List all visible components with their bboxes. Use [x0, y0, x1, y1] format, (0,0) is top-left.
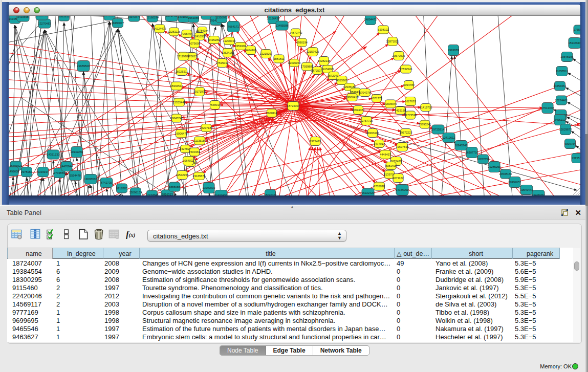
svg-text:6990194: 6990194: [296, 41, 308, 44]
svg-text:23689509: 23689509: [77, 64, 90, 68]
svg-text:19637536: 19637536: [396, 145, 409, 148]
svg-text:5888088: 5888088: [169, 185, 180, 188]
svg-text:13200724: 13200724: [223, 39, 236, 42]
svg-text:18297022: 18297022: [264, 193, 277, 195]
svg-text:15347616: 15347616: [569, 41, 580, 45]
svg-text:6075608: 6075608: [189, 42, 200, 45]
svg-text:20573936: 20573936: [393, 54, 405, 57]
svg-text:6071775: 6071775: [371, 97, 382, 100]
svg-text:8081405: 8081405: [385, 164, 397, 167]
svg-text:13624162: 13624162: [222, 51, 234, 54]
svg-text:23165576: 23165576: [193, 174, 206, 178]
svg-text:13270483: 13270483: [38, 22, 51, 25]
svg-text:7600363: 7600363: [189, 150, 200, 154]
svg-text:8608114: 8608114: [266, 112, 277, 115]
svg-text:12410307: 12410307: [193, 35, 206, 38]
svg-text:20274461: 20274461: [555, 99, 568, 102]
svg-text:12757725: 12757725: [360, 119, 373, 122]
svg-text:7419168: 7419168: [395, 109, 406, 112]
svg-text:2315577: 2315577: [572, 157, 580, 160]
svg-text:17535014: 17535014: [216, 61, 229, 64]
svg-text:17832545: 17832545: [400, 68, 412, 71]
svg-text:23006949: 23006949: [384, 102, 397, 105]
svg-text:14351230: 14351230: [47, 153, 60, 156]
svg-text:19800418: 19800418: [346, 96, 359, 99]
svg-text:10342260: 10342260: [71, 150, 83, 154]
svg-text:6704376: 6704376: [359, 91, 371, 94]
svg-text:18325311: 18325311: [176, 70, 188, 73]
svg-text:16006470: 16006470: [175, 132, 188, 135]
svg-text:2999883: 2999883: [448, 49, 459, 52]
svg-text:17272648: 17272648: [146, 193, 159, 195]
svg-text:13235150: 13235150: [193, 139, 206, 142]
svg-text:20994087: 20994087: [352, 108, 365, 112]
svg-text:6094783: 6094783: [403, 83, 415, 86]
svg-text:23895241: 23895241: [419, 123, 431, 126]
svg-text:3881811: 3881811: [273, 57, 284, 60]
svg-text:24154825: 24154825: [321, 68, 334, 71]
svg-text:21499058: 21499058: [9, 170, 19, 173]
svg-text:17059887: 17059887: [301, 65, 314, 68]
svg-text:19171977: 19171977: [193, 90, 206, 93]
svg-text:22160294: 22160294: [146, 16, 159, 19]
svg-text:2978182: 2978182: [21, 170, 32, 173]
svg-text:13390093: 13390093: [203, 186, 215, 189]
svg-text:24454361: 24454361: [554, 84, 567, 87]
svg-text:17613348: 17613348: [541, 106, 554, 110]
svg-text:3343959: 3343959: [104, 16, 115, 17]
svg-text:19397410: 19397410: [366, 132, 379, 135]
svg-text:11690833: 11690833: [215, 194, 227, 195]
svg-text:19490077: 19490077: [112, 21, 124, 25]
svg-text:13038362: 13038362: [84, 178, 97, 181]
svg-text:9816313: 9816313: [162, 193, 173, 195]
svg-text:13219297: 13219297: [260, 52, 273, 55]
svg-text:9464365: 9464365: [245, 49, 256, 52]
svg-text:14476944: 14476944: [60, 165, 73, 168]
svg-text:10057659: 10057659: [477, 158, 490, 161]
svg-text:19672223: 19672223: [400, 131, 412, 134]
svg-text:23096153: 23096153: [129, 191, 142, 194]
svg-text:19725914: 19725914: [432, 128, 445, 131]
svg-text:1627631: 1627631: [405, 100, 416, 103]
svg-text:16322420: 16322420: [362, 191, 375, 194]
svg-text:5398102: 5398102: [378, 28, 389, 31]
svg-text:3359399: 3359399: [235, 45, 246, 48]
svg-text:3430558: 3430558: [17, 16, 29, 18]
svg-text:1972412: 1972412: [310, 140, 321, 143]
svg-text:24538166: 24538166: [499, 172, 512, 176]
svg-text:22355447: 22355447: [173, 101, 186, 104]
svg-text:7395794: 7395794: [181, 32, 192, 35]
svg-text:15784984: 15784984: [196, 29, 209, 32]
svg-text:17656906: 17656906: [574, 28, 580, 31]
svg-text:11350932: 11350932: [215, 16, 228, 19]
svg-text:23436262: 23436262: [532, 193, 545, 195]
svg-text:4435289: 4435289: [208, 38, 220, 41]
svg-text:20648195: 20648195: [561, 55, 574, 58]
svg-text:11058511: 11058511: [556, 70, 568, 73]
svg-text:7064171: 7064171: [228, 25, 239, 28]
svg-text:16845747: 16845747: [170, 117, 183, 120]
svg-text:21419705: 21419705: [420, 106, 432, 109]
svg-text:19973477: 19973477: [128, 16, 141, 18]
svg-text:9071162: 9071162: [393, 177, 403, 180]
svg-text:14282135: 14282135: [318, 59, 331, 62]
svg-text:12496950: 12496950: [288, 61, 301, 64]
svg-text:8742735: 8742735: [101, 181, 112, 184]
svg-text:6912885: 6912885: [116, 187, 127, 190]
svg-text:4448457: 4448457: [380, 153, 391, 156]
svg-text:12542956: 12542956: [176, 173, 189, 177]
svg-text:18724007: 18724007: [287, 104, 300, 107]
svg-text:1064032: 1064032: [183, 159, 194, 162]
svg-text:5594478: 5594478: [70, 174, 81, 177]
svg-text:21773590: 21773590: [404, 114, 417, 117]
svg-text:2563055: 2563055: [188, 16, 199, 19]
svg-text:17119384: 17119384: [177, 55, 189, 58]
svg-text:24237180: 24237180: [200, 126, 213, 129]
svg-text:23285250: 23285250: [488, 165, 501, 168]
svg-text:18026717: 18026717: [36, 16, 49, 17]
svg-text:4053807: 4053807: [336, 79, 347, 82]
svg-text:20943743: 20943743: [455, 144, 468, 147]
svg-text:3883910: 3883910: [58, 16, 70, 18]
svg-text:13495588: 13495588: [276, 24, 289, 27]
svg-text:16307710: 16307710: [466, 151, 478, 154]
